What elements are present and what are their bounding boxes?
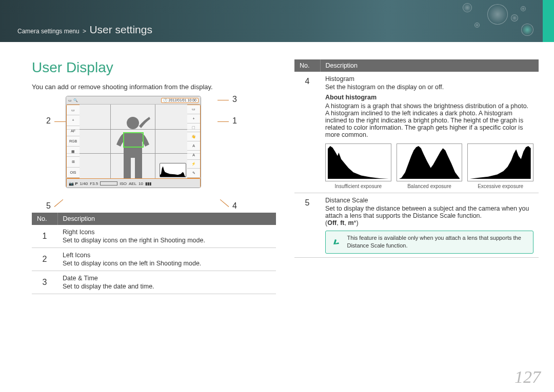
callout-3: 3: [232, 95, 237, 104]
page-banner: Camera settings menu > User settings: [0, 0, 554, 42]
left-column: User Display You can add or remove shoot…: [32, 59, 276, 294]
hist-cap-excessive: Excessive exposure: [467, 183, 533, 189]
row-desc: Set to display the distance between a su…: [325, 205, 529, 219]
about-histogram-heading: About histogram: [325, 94, 533, 101]
breadcrumb: Camera settings menu > User settings: [17, 24, 152, 36]
breadcrumb-separator: >: [83, 28, 86, 35]
page-content: User Display You can add or remove shoot…: [0, 42, 554, 294]
camera-top-bar: ▭🔍 🕐 2012/01/01 10:00: [66, 96, 201, 105]
row-number: 3: [32, 271, 57, 294]
description-table-right: No. Description 4 Histogram Set the hist…: [294, 59, 539, 258]
opt-off: Off: [327, 219, 337, 226]
row-number: 1: [32, 225, 57, 248]
row-title: Left Icons: [63, 252, 271, 259]
hist-cap-balanced: Balanced exposure: [397, 183, 463, 189]
table-row: 4 Histogram Set the histogram on the dis…: [294, 72, 539, 193]
histogram-excessive: [467, 143, 533, 181]
description-table-left: No. Description 1 Right IconsSet to disp…: [32, 213, 276, 294]
row-desc: Set to display the date and time.: [63, 283, 154, 290]
intro-text: You can add or remove shooting informati…: [32, 83, 276, 91]
th-no: No.: [294, 59, 320, 72]
breadcrumb-root: Camera settings menu: [17, 28, 80, 35]
about-histogram-text: A histogram is a graph that shows the br…: [325, 102, 528, 138]
row-desc: Set to display icons on the right in Sho…: [63, 237, 205, 244]
camera-date: 🕐 2012/01/01 10:00: [161, 98, 199, 103]
row-desc: Set the histogram on the display on or o…: [325, 84, 444, 91]
breadcrumb-leaf: User settings: [89, 24, 152, 35]
callout-4: 4: [232, 201, 237, 211]
th-desc: Description: [320, 59, 539, 72]
th-no: No.: [32, 213, 57, 225]
camera-viewfinder: ▭+AFRGB▦⊞OIS ▭+⬚👋AA⚡✎: [66, 105, 201, 178]
callout-1: 1: [232, 116, 237, 126]
right-column: No. Description 4 Histogram Set the hist…: [294, 59, 539, 294]
row-title: Right Icons: [63, 229, 271, 236]
table-row: 5 Distance Scale Set to display the dist…: [294, 193, 539, 258]
options-suffix: ): [356, 219, 358, 226]
opt-ft: ft: [340, 219, 344, 226]
th-desc: Description: [57, 213, 276, 225]
note-icon: [331, 236, 342, 248]
table-row: 2 Left IconsSet to display icons on the …: [32, 248, 276, 271]
hist-cap-insufficient: Insufficient exposure: [325, 183, 391, 189]
row-title: Date & Time: [63, 275, 271, 282]
left-icon-column: ▭+AFRGB▦⊞OIS: [66, 105, 80, 178]
histogram-balanced: [397, 143, 463, 181]
af-frame-icon: [123, 132, 144, 148]
camera-bottom-bar: 📷 P 1/40 F3.5 ISO AEL 10 ▮▮▮: [66, 178, 201, 188]
row-desc: Set to display icons on the left in Shoo…: [63, 260, 201, 267]
note-text: This feature is available only when you …: [347, 234, 528, 250]
table-row: 1 Right IconsSet to display icons on the…: [32, 225, 276, 248]
camera-screen: ▭🔍 🕐 2012/01/01 10:00 ▭+AFRGB▦⊞OIS ▭+⬚👋A…: [66, 96, 201, 188]
table-header-row: No. Description: [32, 213, 276, 225]
row-number: 5: [294, 193, 320, 258]
histogram-overlay: [160, 163, 186, 177]
callout-2: 2: [46, 116, 51, 126]
histogram-examples: [325, 143, 533, 181]
row-number: 4: [294, 72, 320, 193]
row-title: Histogram: [325, 75, 533, 82]
note-box: This feature is available only when you …: [325, 231, 533, 254]
row-title: Distance Scale: [325, 197, 533, 204]
histogram-insufficient: [325, 143, 391, 181]
page-title: User Display: [32, 59, 276, 76]
histogram-captions: Insufficient exposure Balanced exposure …: [325, 183, 533, 189]
camera-illustration: ▭🔍 🕐 2012/01/01 10:00 ▭+AFRGB▦⊞OIS ▭+⬚👋A…: [48, 96, 217, 207]
table-header-row: No. Description: [294, 59, 539, 72]
opt-m: m: [348, 219, 353, 226]
page-number: 127: [515, 367, 541, 387]
callout-5: 5: [46, 201, 51, 211]
table-row: 3 Date & TimeSet to display the date and…: [32, 271, 276, 294]
row-number: 2: [32, 248, 57, 271]
right-icon-column: ▭+⬚👋AA⚡✎: [187, 105, 201, 178]
